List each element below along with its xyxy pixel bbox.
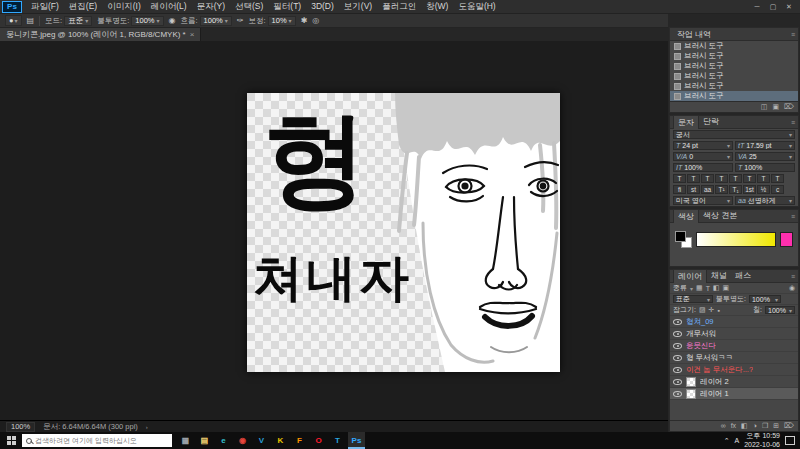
menu-item[interactable]: 3D(D) — [306, 1, 339, 13]
character-paragraph-tab[interactable]: 단락 — [699, 115, 723, 129]
opentype-feature-button[interactable]: 1st — [743, 185, 756, 194]
canvas[interactable]: 형 쳐내자 — [247, 93, 560, 372]
accent-color-chip[interactable] — [780, 232, 793, 247]
opentype-feature-button[interactable]: ½ — [757, 185, 770, 194]
history-step[interactable]: 브러시 도구 — [670, 81, 798, 91]
menu-item[interactable]: 선택(S) — [230, 1, 268, 13]
blend-mode-select[interactable]: 표준▾ — [64, 16, 92, 26]
layer-row[interactable]: 형 무서워ㅋㅋ — [670, 352, 798, 364]
layer-visibility-eye-icon[interactable] — [673, 355, 682, 361]
menu-item[interactable]: 이미지(I) — [102, 1, 146, 13]
layer-visibility-eye-icon[interactable] — [673, 319, 682, 325]
minimize-icon[interactable]: ─ — [750, 3, 764, 11]
zoom-level-field[interactable]: 100% — [6, 422, 35, 432]
status-chevron-icon[interactable]: › — [146, 424, 148, 430]
font-family-select[interactable]: 궁서▾ — [673, 130, 795, 139]
smoothing-gear-icon[interactable]: ✱ — [301, 16, 308, 25]
link-layers-icon[interactable]: ∞ — [721, 422, 726, 430]
layer-fill-field[interactable]: 100%▾ — [765, 306, 795, 314]
type-style-button[interactable]: T — [715, 174, 728, 183]
pressure-size-icon[interactable]: ◎ — [312, 16, 319, 25]
adjustment-layer-icon[interactable]: ◑ — [753, 422, 757, 430]
taskbar-app-icon[interactable]: e — [215, 432, 232, 449]
history-step[interactable]: 브러시 도구 — [670, 41, 798, 51]
type-style-button[interactable]: T — [743, 174, 756, 183]
layer-mask-icon[interactable]: ◧ — [741, 422, 748, 430]
layer-visibility-eye-icon[interactable] — [673, 343, 682, 349]
panel-menu-icon[interactable]: ≡ — [791, 273, 795, 280]
brush-preset-picker[interactable]: ●▾ — [5, 15, 22, 26]
new-snapshot-icon[interactable]: ▣ — [772, 103, 779, 111]
lock-position-icon[interactable]: ✛ — [709, 306, 715, 314]
maximize-icon[interactable]: ▢ — [766, 3, 780, 11]
taskbar-app-icon[interactable]: ◉ — [234, 432, 251, 449]
type-style-button[interactable]: T — [673, 174, 686, 183]
opentype-feature-button[interactable]: st — [687, 185, 700, 194]
history-step[interactable]: 브러시 도구 — [670, 71, 798, 81]
layer-visibility-eye-icon[interactable] — [673, 367, 682, 373]
flow-field[interactable]: 100%▾ — [200, 16, 232, 26]
kerning-field[interactable]: V/A0▾ — [673, 152, 733, 161]
start-button[interactable] — [0, 432, 22, 449]
tracking-field[interactable]: VA25▾ — [735, 152, 795, 161]
menu-item[interactable]: 파일(F) — [26, 1, 64, 13]
opentype-feature-button[interactable]: T¹ — [715, 185, 728, 194]
filter-toggle-icon[interactable]: ◉ — [789, 284, 795, 292]
history-step[interactable]: 브러시 도구 — [670, 51, 798, 61]
menu-item[interactable]: 창(W) — [421, 1, 453, 13]
horizontal-scale-field[interactable]: T100% — [735, 163, 795, 172]
filter-adjustment-layers-icon[interactable]: ◧ — [713, 284, 720, 292]
character-paragraph-tab[interactable]: 문자 — [673, 115, 699, 129]
taskbar-app-icon[interactable]: Ps — [348, 432, 365, 449]
color-panel-tab[interactable]: 색상 — [673, 209, 699, 223]
opentype-feature-button[interactable]: fi — [673, 185, 686, 194]
menu-item[interactable]: 도움말(H) — [453, 1, 500, 13]
layer-visibility-eye-icon[interactable] — [673, 331, 682, 337]
foreground-background-swatches[interactable] — [675, 231, 692, 248]
color-panel-tab[interactable]: 색상 견본 — [699, 209, 741, 223]
taskbar-app-icon[interactable]: K — [272, 432, 289, 449]
history-step[interactable]: 브러시 도구 — [670, 61, 798, 71]
layer-blend-mode-select[interactable]: 표준▾ — [673, 295, 713, 303]
lock-transparency-icon[interactable]: ▨ — [699, 306, 706, 314]
filter-type-layers-icon[interactable]: T — [706, 285, 710, 292]
type-style-button[interactable]: T — [757, 174, 770, 183]
layer-row[interactable]: 응믓신다 — [670, 340, 798, 352]
document-tab[interactable]: 뭉니키콘.jpeg @ 100% (레이어 1, RGB/8/CMYK) * × — [0, 28, 201, 41]
layer-row[interactable]: 레이어 1 — [670, 388, 798, 400]
panel-menu-icon[interactable]: ≡ — [791, 213, 795, 220]
panel-menu-icon[interactable]: ≡ — [791, 31, 795, 38]
opentype-feature-button[interactable]: aa — [701, 185, 714, 194]
new-layer-icon[interactable]: ⊞ — [773, 422, 779, 430]
smoothing-field[interactable]: 10%▾ — [268, 16, 296, 26]
foreground-color-swatch[interactable] — [675, 231, 686, 242]
close-icon[interactable]: ✕ — [782, 3, 796, 11]
taskbar-app-icon[interactable]: ▦ — [177, 432, 194, 449]
menu-item[interactable]: 보기(V) — [339, 1, 377, 13]
taskbar-app-icon[interactable]: O — [310, 432, 327, 449]
tab-history[interactable]: 작업 내역 — [673, 28, 715, 41]
taskbar-app-icon[interactable]: T — [329, 432, 346, 449]
menu-item[interactable]: 레이어(L) — [146, 1, 192, 13]
action-center-icon[interactable] — [785, 436, 795, 445]
type-style-button[interactable]: T — [701, 174, 714, 183]
ime-indicator[interactable]: A — [735, 437, 740, 444]
airbrush-icon[interactable]: ✑ — [237, 16, 244, 25]
type-style-button[interactable]: T — [687, 174, 700, 183]
pressure-opacity-icon[interactable]: ◉ — [169, 16, 176, 25]
new-group-icon[interactable]: ❐ — [762, 422, 768, 430]
layer-row[interactable]: 레이어 2 — [670, 376, 798, 388]
new-document-from-state-icon[interactable]: ◫ — [761, 103, 768, 111]
font-size-field[interactable]: T24 pt▾ — [673, 141, 733, 150]
taskbar-app-icon[interactable]: F — [291, 432, 308, 449]
layer-style-icon[interactable]: fx — [731, 422, 736, 430]
canvas-area[interactable]: 형 쳐내자 — [0, 41, 668, 420]
menu-item[interactable]: 문자(Y) — [192, 1, 230, 13]
menu-item[interactable]: 필터(T) — [268, 1, 306, 13]
vertical-scale-field[interactable]: IT100% — [673, 163, 733, 172]
delete-layer-icon[interactable]: ⌦ — [784, 422, 794, 430]
layers-panel-tab[interactable]: 채널 — [707, 269, 731, 283]
opentype-feature-button[interactable]: T₁ — [729, 185, 742, 194]
layers-panel-tab[interactable]: 패스 — [731, 269, 755, 283]
tray-chevron-icon[interactable]: ⌃ — [724, 437, 730, 445]
